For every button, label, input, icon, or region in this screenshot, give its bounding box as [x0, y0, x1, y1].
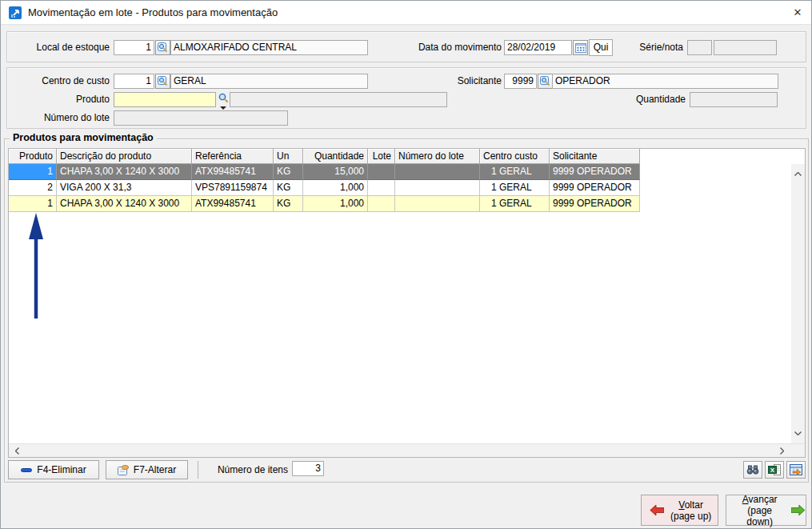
cell-numero-lote[interactable] — [395, 196, 480, 212]
products-grid: Produto Descrição do produto Referência … — [8, 148, 806, 458]
item-count-label: Número de itens — [205, 463, 288, 478]
cell-numero-lote[interactable] — [395, 164, 480, 180]
data-movimento-label: Data do movimento — [402, 40, 502, 55]
col-header-produto[interactable]: Produto — [9, 149, 57, 164]
cell-un[interactable]: KG — [274, 180, 303, 196]
grid-vertical-scrollbar[interactable] — [791, 164, 805, 443]
col-header-referencia[interactable]: Referência — [192, 149, 274, 164]
col-header-un[interactable]: Un — [274, 149, 303, 164]
cell-solicitante[interactable]: 9999 OPERADOR — [550, 164, 640, 180]
export-report-button[interactable] — [786, 461, 806, 479]
f7-edit-label: F7-Alterar — [134, 464, 176, 475]
cell-quantidade[interactable]: 15,000 — [303, 164, 368, 180]
solicitante-lookup-button[interactable] — [538, 74, 553, 89]
minus-icon — [21, 468, 32, 472]
f4-delete-label: F4-Eliminar — [37, 464, 86, 475]
produto-lookup-icon[interactable] — [218, 92, 230, 104]
cell-centro-custo[interactable]: 1 GERAL — [480, 196, 550, 212]
col-header-quantidade[interactable]: Quantidade — [303, 149, 368, 164]
col-header-descricao[interactable]: Descrição do produto — [57, 149, 192, 164]
solicitante-code-field[interactable]: 9999 — [504, 74, 537, 89]
cell-lote[interactable] — [368, 180, 395, 196]
cell-produto[interactable]: 1 — [9, 196, 57, 212]
f7-edit-button[interactable]: F7-Alterar — [106, 460, 188, 479]
cell-solicitante[interactable]: 9999 OPERADOR — [550, 180, 640, 196]
cell-produto[interactable]: 1 — [9, 164, 57, 180]
col-header-numero-lote[interactable]: Número do lote — [395, 149, 480, 164]
binoculars-icon — [746, 465, 759, 475]
centro-custo-lookup-button[interactable] — [155, 74, 170, 89]
excel-icon: X — [768, 464, 781, 475]
cell-descricao[interactable]: VIGA 200 X 31,3 — [57, 180, 192, 196]
col-header-lote[interactable]: Lote — [368, 149, 395, 164]
grid-horizontal-scrollbar[interactable] — [9, 443, 805, 457]
scroll-down-icon[interactable] — [791, 427, 805, 440]
entry-form-panel: Centro de custo 1 GERAL Solicitante 9999… — [6, 67, 806, 129]
back-page-up-button[interactable]: Voltar (page up) — [641, 495, 718, 526]
cell-quantidade[interactable]: 1,000 — [303, 196, 368, 212]
grid-header-row: Produto Descrição do produto Referência … — [9, 149, 640, 164]
cell-referencia[interactable]: ATX99485741 — [192, 164, 274, 180]
magnifier-icon — [158, 42, 168, 53]
cell-un[interactable]: KG — [274, 196, 303, 212]
cell-lote[interactable] — [368, 196, 395, 212]
export-excel-button[interactable]: X — [765, 461, 784, 479]
cell-descricao[interactable]: CHAPA 3,00 X 1240 X 3000 — [57, 196, 192, 212]
grid-row-2[interactable]: 2 VIGA 200 X 31,3 VPS7891159874 KG 1,000… — [9, 180, 640, 196]
cell-numero-lote[interactable] — [395, 180, 480, 196]
centro-custo-label: Centro de custo — [7, 74, 110, 89]
cell-descricao[interactable]: CHAPA 3,00 X 1240 X 3000 — [57, 164, 192, 180]
local-estoque-label: Local de estoque — [7, 40, 110, 55]
f4-delete-button[interactable]: F4-Eliminar — [8, 460, 99, 479]
green-right-arrow-icon — [791, 504, 806, 516]
grid-row-3[interactable]: 1 CHAPA 3,00 X 1240 X 3000 ATX99485741 K… — [9, 196, 640, 212]
header-form-panel: Local de estoque 1 ALMOXARIFADO CENTRAL … — [6, 31, 806, 62]
local-estoque-lookup-button[interactable] — [155, 40, 170, 55]
scroll-left-icon[interactable] — [10, 444, 24, 458]
calendar-button[interactable] — [573, 40, 588, 55]
cell-referencia[interactable]: VPS7891159874 — [192, 180, 274, 196]
cell-lote[interactable] — [368, 164, 395, 180]
cell-un[interactable]: KG — [274, 164, 303, 180]
app-icon — [9, 6, 22, 19]
edit-note-icon — [118, 465, 129, 475]
nota-field — [714, 40, 777, 55]
grid-row-1[interactable]: 1 CHAPA 3,00 X 1240 X 3000 ATX99485741 K… — [9, 164, 640, 180]
data-movimento-field[interactable]: 28/02/2019 — [504, 40, 572, 55]
local-estoque-code-field[interactable]: 1 — [114, 40, 154, 55]
cell-centro-custo[interactable]: 1 GERAL — [480, 180, 550, 196]
window-title: Movimentação em lote - Produtos para mov… — [28, 1, 278, 25]
produto-input[interactable] — [114, 92, 216, 107]
cell-quantidade[interactable]: 1,000 — [303, 180, 368, 196]
footer-separator — [198, 461, 198, 479]
numero-lote-field — [114, 110, 288, 126]
quantidade-label: Quantidade — [606, 92, 686, 107]
cell-solicitante[interactable]: 9999 OPERADOR — [550, 196, 640, 212]
magnifier-icon — [158, 76, 168, 86]
back-button-label: Voltar — [670, 499, 711, 511]
col-header-solicitante[interactable]: Solicitante — [550, 149, 640, 164]
produto-label: Produto — [7, 92, 110, 107]
produto-dropdown-arrow-icon[interactable] — [220, 106, 226, 110]
serie-field — [687, 40, 712, 55]
solicitante-name-field: OPERADOR — [552, 74, 778, 89]
numero-lote-label: Número do lote — [7, 110, 110, 126]
cell-centro-custo[interactable]: 1 GERAL — [480, 164, 550, 180]
item-count-field: 3 — [292, 461, 324, 476]
forward-page-down-button[interactable]: Avançar (page down) — [726, 495, 806, 526]
scroll-up-icon[interactable] — [791, 167, 805, 181]
calendar-icon — [575, 42, 586, 53]
serie-nota-label: Série/nota — [603, 40, 683, 55]
groupbox-title: Produtos para movimentação — [10, 132, 157, 143]
back-button-sublabel: (page up) — [670, 511, 711, 522]
cell-referencia[interactable]: ATX99485741 — [192, 196, 274, 212]
centro-custo-code-field[interactable]: 1 — [114, 74, 154, 89]
red-left-arrow-icon — [650, 504, 664, 516]
close-button[interactable]: ✕ — [784, 1, 811, 25]
solicitante-label: Solicitante — [422, 74, 502, 89]
search-button[interactable] — [743, 461, 762, 479]
col-header-centro-custo[interactable]: Centro custo — [480, 149, 550, 164]
scroll-right-icon[interactable] — [775, 444, 789, 458]
produto-name-field — [230, 92, 447, 107]
cell-produto[interactable]: 2 — [9, 180, 57, 196]
